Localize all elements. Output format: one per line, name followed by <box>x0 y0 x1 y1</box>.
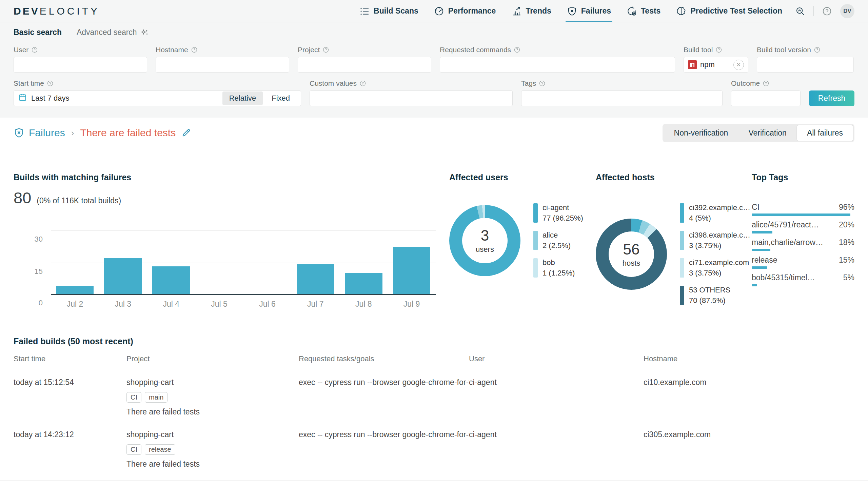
affected-hosts-donut-row: 56 hosts ci392.example.c…4 (5%)ci398.exa… <box>596 203 742 305</box>
table-row[interactable]: today at 15:12:54shopping-cartCImainTher… <box>14 369 854 421</box>
nav-item-tests[interactable]: Tests <box>627 0 660 22</box>
project-name: shopping-cart <box>126 430 299 439</box>
cell-requested-tasks: exec -- cypress run --browser google-chr… <box>299 430 469 469</box>
builds-chart-section: Builds with matching failures 80 (0% of … <box>14 172 436 309</box>
toggle-option-non-verification[interactable]: Non-verification <box>664 125 738 141</box>
requested-commands-field-group: Requested commands <box>440 46 675 73</box>
project-name: shopping-cart <box>126 378 299 387</box>
nav-item-build-scans[interactable]: Build Scans <box>359 0 418 22</box>
build-tool-input[interactable]: npm × <box>684 57 748 73</box>
edit-pencil-icon[interactable] <box>181 128 191 138</box>
search-icon[interactable] <box>795 6 805 16</box>
search-tabs: Basic search Advanced search <box>14 28 854 37</box>
predictive-test-selection-icon <box>676 6 686 16</box>
breadcrumb-row: Failures › There are failed tests Non-ve… <box>14 123 854 143</box>
toggle-option-all-failures[interactable]: All failures <box>797 125 853 141</box>
legend-value: 3 (3.75%) <box>689 269 749 278</box>
hostname-input[interactable] <box>156 57 289 73</box>
start-time-input[interactable]: Last 7 days Relative Fixed <box>14 90 301 106</box>
failures-shield-icon <box>567 6 577 16</box>
x-axis-baseline: 0 <box>51 294 436 295</box>
logo-rest: ELOCITY <box>40 5 100 17</box>
custom-values-input[interactable] <box>310 90 513 106</box>
top-tags-list: CI96%alice/45791/react…20%main,charlie/a… <box>752 203 854 286</box>
tag-bar <box>752 266 767 269</box>
cell-requested-tasks: exec -- cypress run --browser google-chr… <box>299 378 469 416</box>
user-label: User <box>14 46 147 54</box>
bar-jul-3 <box>104 258 142 294</box>
start-time-field-group: Start time Last 7 days Relative Fixed <box>14 79 301 106</box>
requested-commands-input[interactable] <box>440 57 675 73</box>
nav-right: DV <box>795 4 854 18</box>
toggle-option-verification[interactable]: Verification <box>738 125 797 141</box>
question-icon <box>763 80 769 87</box>
develocity-logo[interactable]: DEVELOCITY <box>14 5 100 17</box>
nav-item-performance[interactable]: Performance <box>434 0 496 22</box>
question-icon <box>359 80 366 87</box>
tab-advanced-search[interactable]: Advanced search <box>77 28 149 37</box>
relative-button[interactable]: Relative <box>222 92 263 105</box>
nav-item-label: Tests <box>641 6 660 16</box>
build-tool-field-group: Build tool npm × <box>684 46 748 73</box>
tab-basic-search[interactable]: Basic search <box>14 28 62 37</box>
avatar[interactable]: DV <box>840 4 854 18</box>
tag-chip-main: main <box>145 392 167 403</box>
y-tick-label: 30 <box>35 235 43 244</box>
tags-input[interactable] <box>521 90 723 106</box>
y-tick-label: 0 <box>39 299 43 307</box>
failed-builds-body: today at 15:12:54shopping-cartCImainTher… <box>14 369 854 473</box>
x-tick-label: Jul 5 <box>195 300 243 309</box>
failure-title: There are failed tests <box>80 127 176 139</box>
bar-slot <box>51 286 99 294</box>
tag-chip-ci: CI <box>126 392 141 403</box>
help-icon[interactable] <box>822 6 832 16</box>
tag-name: alice/45791/react… <box>752 220 819 229</box>
tags-field-group: Tags <box>521 79 723 106</box>
tag-percent: 15% <box>839 256 854 265</box>
tests-icon <box>627 6 637 16</box>
fixed-button[interactable]: Fixed <box>265 92 297 105</box>
hostname-label-text: Hostname <box>156 46 188 54</box>
breadcrumb-failures-link[interactable]: Failures <box>14 127 65 139</box>
user-input[interactable] <box>14 57 147 73</box>
builds-bar-chart: 30 15 0 <box>51 221 436 295</box>
stats-row: Builds with matching failures 80 (0% of … <box>14 172 854 309</box>
filter-row-2: Start time Last 7 days Relative Fixed Cu… <box>14 79 854 106</box>
cell-hostname: ci10.example.com <box>644 378 854 416</box>
legend-label: 53 OTHERS <box>689 286 730 294</box>
table-row[interactable]: today at 14:23:12shopping-cartCIreleaseT… <box>14 421 854 473</box>
nav-item-failures[interactable]: Failures <box>567 0 611 22</box>
top-tags-title: Top Tags <box>752 172 854 182</box>
custom-values-label: Custom values <box>310 79 513 87</box>
legend-item-53-others: 53 OTHERS70 (87.5%) <box>680 286 750 305</box>
project-label-text: Project <box>298 46 320 54</box>
tag-percent: 96% <box>839 203 854 212</box>
nav-item-label: Performance <box>448 6 496 16</box>
tag-bar <box>752 214 850 216</box>
requested-commands-label-text: Requested commands <box>440 46 511 54</box>
top-tags-section: Top Tags CI96%alice/45791/react…20%main,… <box>752 172 854 309</box>
clear-build-tool-icon[interactable]: × <box>733 60 744 70</box>
affected-users-title: Affected users <box>449 172 585 182</box>
nav-item-predictive-test-selection[interactable]: Predictive Test Selection <box>676 0 782 22</box>
nav-item-trends[interactable]: Trends <box>511 0 551 22</box>
failures-shield-icon <box>14 127 24 138</box>
failed-builds-header: Start time Project Requested tasks/goals… <box>14 354 854 369</box>
x-tick-label: Jul 9 <box>388 300 436 309</box>
tag-name: bob/45315/timel… <box>752 273 815 282</box>
tag-line: release15% <box>752 256 854 265</box>
bar-jul-2 <box>56 286 94 294</box>
tag-bar <box>752 231 772 233</box>
column-header-start-time: Start time <box>14 354 126 363</box>
outcome-input[interactable] <box>731 90 801 106</box>
refresh-button[interactable]: Refresh <box>809 90 854 106</box>
trends-icon <box>511 6 521 16</box>
verification-scope-toggle: Non-verificationVerificationAll failures <box>663 124 854 142</box>
affected-users-donut-row: 3 users ci-agent77 (96.25%)alice2 (2.5%)… <box>449 203 585 278</box>
bar-slot <box>99 258 147 294</box>
hostname-field-group: Hostname <box>156 46 289 73</box>
main-content: Failures › There are failed tests Non-ve… <box>0 123 868 473</box>
build-tool-version-input[interactable] <box>757 57 854 73</box>
legend-value: 3 (3.75%) <box>689 241 750 250</box>
project-input[interactable] <box>298 57 431 73</box>
